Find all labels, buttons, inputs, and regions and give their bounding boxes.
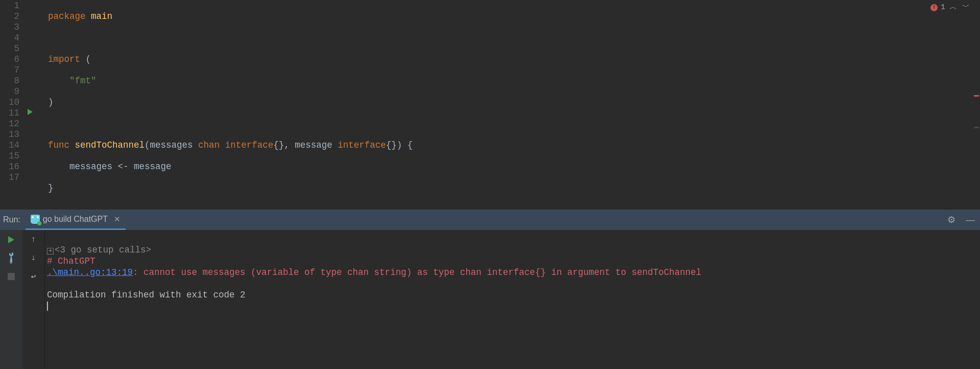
error-file-link[interactable]: .\main..go:13:19 <box>47 267 133 278</box>
gopher-icon <box>31 215 40 224</box>
console-output[interactable]: +<3 go setup calls> # ChatGPT .\main..go… <box>45 230 980 369</box>
fn-sendtochannel: sendToChannel <box>75 140 145 150</box>
editor-pane[interactable]: 123456789 1011121314151617 package main … <box>0 0 980 210</box>
console-line: # ChatGPT <box>47 256 95 266</box>
error-message: cannot use messages (variable of type ch… <box>144 267 701 278</box>
up-arrow-icon[interactable]: ↑ <box>29 235 38 244</box>
stop-icon[interactable] <box>7 272 16 281</box>
line-number-gutter: 123456789 1011121314151617 <box>0 0 25 210</box>
import-fmt: "fmt" <box>69 76 97 86</box>
run-toolwindow-body: 🔧 ↑ ↓ ↩ +<3 go setup calls> # ChatGPT .\… <box>0 230 980 369</box>
fn-body: messages <- message <box>48 162 172 172</box>
close-tab-icon[interactable]: ✕ <box>111 215 121 224</box>
fold-toggle-icon[interactable]: + <box>47 248 54 255</box>
wrench-icon[interactable]: 🔧 <box>5 251 17 264</box>
code-area[interactable]: package main import ( "fmt" ) func sendT… <box>41 0 980 210</box>
paren: ) <box>48 97 54 107</box>
inspection-widget[interactable]: ! 1 ︿ ﹀ <box>930 2 971 13</box>
kw-package: package <box>48 11 86 21</box>
kw-func: func <box>48 140 69 150</box>
prev-error-icon[interactable]: ︿ <box>948 2 958 13</box>
run-toolbar-primary: 🔧 <box>0 230 22 369</box>
paren: ( <box>86 54 91 64</box>
down-arrow-icon[interactable]: ↓ <box>29 253 38 263</box>
run-tab-label: go build ChatGPT <box>43 215 108 224</box>
error-stripe-icon[interactable] <box>974 95 979 97</box>
folded-region: <3 go setup calls> <box>55 245 151 255</box>
ide-root: 123456789 1011121314151617 package main … <box>0 0 980 369</box>
next-error-icon[interactable]: ﹀ <box>961 2 971 13</box>
exit-code-line: Compilation finished with exit code 2 <box>47 290 246 300</box>
run-label: Run: <box>0 215 26 224</box>
console-caret <box>47 302 48 311</box>
run-tab[interactable]: go build ChatGPT ✕ <box>26 210 126 230</box>
minimize-icon[interactable]: — <box>961 215 980 225</box>
run-gutter <box>25 0 41 210</box>
error-stripe-icon[interactable] <box>974 127 979 128</box>
gear-icon[interactable]: ⚙ <box>942 214 961 225</box>
soft-wrap-icon[interactable]: ↩ <box>29 272 38 281</box>
kw-import: import <box>48 54 80 64</box>
run-toolwindow-header: Run: go build ChatGPT ✕ ⚙ — <box>0 210 980 230</box>
error-icon: ! <box>930 4 938 11</box>
run-toolbar-secondary: ↑ ↓ ↩ <box>22 230 45 369</box>
run-line-marker-icon[interactable] <box>28 109 33 115</box>
rerun-icon[interactable] <box>7 235 16 244</box>
pkg-name: main <box>91 11 112 21</box>
error-count: 1 <box>941 2 945 13</box>
